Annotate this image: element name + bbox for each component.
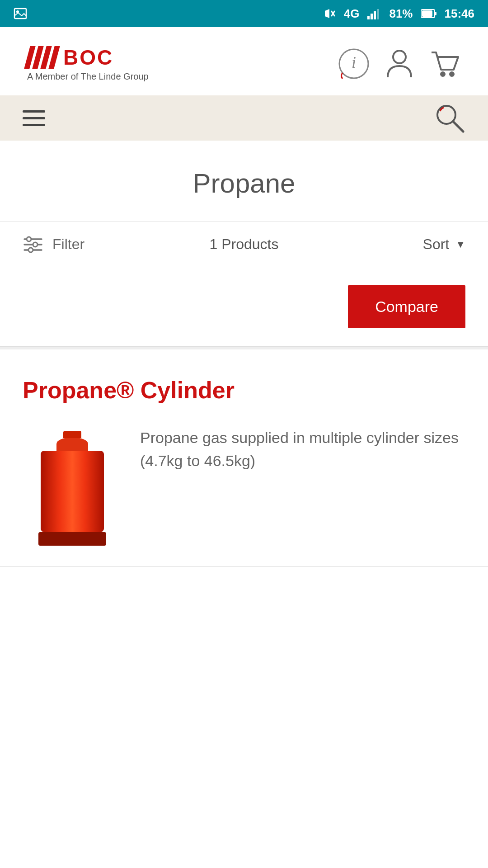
svg-rect-5	[371, 14, 373, 19]
product-content: Propane gas supplied in multiple cylinde…	[23, 422, 465, 548]
hamburger-line-3	[23, 124, 45, 126]
mute-icon	[323, 7, 336, 20]
header-icons: i	[338, 48, 461, 80]
svg-point-21	[27, 237, 31, 241]
cylinder-shape	[41, 431, 104, 548]
sort-label: Sort	[423, 236, 450, 253]
cart-icon[interactable]	[429, 48, 461, 80]
product-description: Propane gas supplied in multiple cylinde…	[140, 422, 465, 472]
status-bar-right: 4G 81% 15:46	[323, 7, 474, 21]
filter-label: Filter	[52, 236, 84, 253]
search-button[interactable]	[434, 102, 465, 134]
compare-button[interactable]: Compare	[348, 285, 465, 328]
network-label: 4G	[344, 7, 360, 21]
logo-subtitle: A Member of The Linde Group	[27, 71, 149, 82]
product-image[interactable]	[23, 422, 122, 548]
product-section: Propane® Cylinder Propane gas supplied i…	[0, 349, 488, 567]
signal-icon	[367, 8, 381, 19]
hamburger-line-1	[23, 110, 45, 113]
image-icon	[14, 8, 27, 19]
filter-icon	[23, 236, 43, 254]
svg-point-22	[33, 242, 38, 247]
svg-point-15	[449, 71, 455, 77]
svg-line-17	[453, 122, 463, 132]
product-title[interactable]: Propane® Cylinder	[23, 377, 465, 404]
info-icon[interactable]: i	[338, 48, 370, 80]
svg-rect-9	[435, 12, 436, 15]
sort-button[interactable]: Sort ▼	[318, 236, 465, 253]
time-label: 15:46	[445, 7, 475, 21]
header: BOC A Member of The Linde Group i	[0, 27, 488, 95]
svg-rect-4	[367, 16, 370, 19]
svg-rect-7	[377, 9, 379, 19]
svg-text:i: i	[352, 53, 356, 71]
svg-point-13	[393, 51, 406, 63]
battery-label: 81%	[389, 7, 413, 21]
filter-button[interactable]: Filter	[23, 236, 170, 254]
battery-icon	[421, 9, 436, 19]
filter-sort-bar: Filter 1 Products Sort ▼	[0, 222, 488, 267]
status-bar-left	[14, 8, 27, 19]
svg-rect-6	[374, 11, 376, 19]
page-title: Propane	[0, 168, 488, 199]
compare-section: Compare	[0, 267, 488, 347]
hamburger-line-2	[23, 117, 45, 119]
logo[interactable]: BOC A Member of The Linde Group	[27, 45, 149, 82]
products-count: 1 Products	[170, 236, 318, 253]
sort-arrow-icon: ▼	[455, 239, 465, 250]
svg-point-14	[440, 71, 446, 77]
hamburger-menu[interactable]	[23, 110, 45, 126]
svg-point-23	[28, 248, 33, 252]
nav-bar	[0, 95, 488, 141]
status-bar: 4G 81% 15:46	[0, 0, 488, 27]
svg-rect-10	[422, 10, 432, 17]
logo-boc: BOC	[63, 45, 113, 70]
page-title-section: Propane	[0, 141, 488, 222]
user-icon[interactable]	[386, 48, 413, 80]
